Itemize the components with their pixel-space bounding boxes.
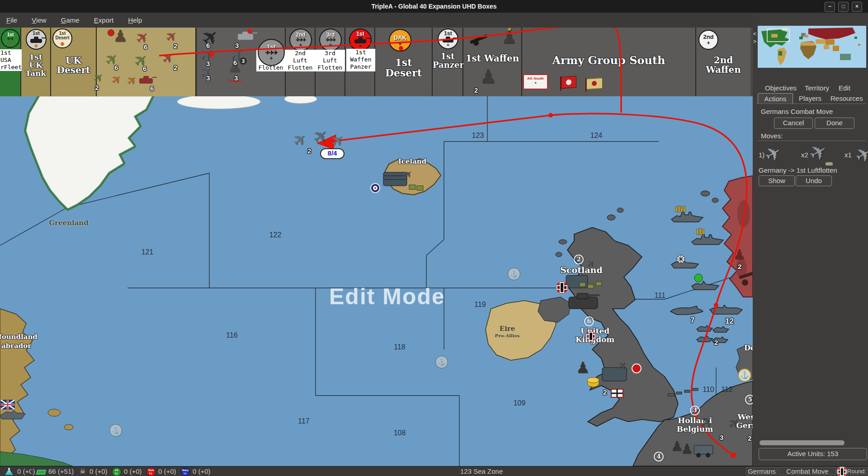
tooltip-2nd-luftflotten: 2nd Luft Flotten: [285, 50, 315, 71]
france-value: 4: [654, 452, 664, 462]
tab-objectives[interactable]: Objectives: [765, 84, 797, 92]
holland-value: 3: [690, 405, 700, 415]
sea-zone-109: 109: [514, 399, 526, 407]
tank-ll-value: 0 (+0): [158, 467, 176, 476]
close-button[interactable]: ×: [852, 2, 862, 12]
hover-zone-label: 123 Sea Zone: [460, 467, 503, 476]
usa-airfleet-label: 1st USA rFleet: [0, 49, 22, 71]
sea-zone-108: 108: [394, 429, 406, 437]
bomb-icon: [825, 162, 833, 166]
wg-soldier-icon: ♟: [681, 441, 693, 457]
dak-icon: DAK ♠: [389, 29, 411, 52]
title-bar: TripleA - Global 40 Expansion UHD Boxes …: [0, 0, 868, 13]
sea-zone-119: 119: [474, 301, 486, 309]
active-units-bar[interactable]: Active Units: 153: [759, 448, 867, 460]
1st-luftflotten-icon[interactable]: 1st ✈✈✈ +: [258, 39, 285, 66]
sea-zone-112: 112: [721, 386, 733, 394]
menu-export[interactable]: Export: [88, 13, 120, 28]
stack-army-group-south[interactable]: Army Group South AG South +: [522, 28, 696, 96]
tank-glyph: [443, 39, 453, 42]
convoy-icon: ⚓: [109, 424, 122, 437]
soldier-icon: ♟: [480, 66, 497, 88]
greenland-label: Greenland: [49, 219, 89, 227]
convoy-icon: ⚓: [435, 356, 448, 368]
cancel-button[interactable]: Cancel: [774, 118, 813, 129]
tan-flag: [586, 78, 603, 90]
maximize-button[interactable]: □: [838, 2, 849, 12]
tab-actions[interactable]: Actions: [758, 93, 793, 104]
uk-soldier-icon: ♟: [576, 358, 590, 377]
tab-players[interactable]: Players: [799, 94, 821, 102]
1st-panzer-icon: 1st +: [438, 28, 458, 49]
move-description: Germany -> 1st Luftflotten: [759, 166, 837, 174]
tab-divider: [756, 104, 866, 104]
panel-scroll-right[interactable]: >: [753, 38, 756, 45]
2nd-luftflotten-icon: 2nd ✈✈✈ +: [289, 28, 312, 51]
menu-file[interactable]: File: [0, 13, 24, 28]
tab-edit[interactable]: Edit: [839, 84, 850, 92]
map-viewport[interactable]: Greenland Iceland Edit Mode ✈ ✈ ✈ 2 8/4 …: [0, 96, 753, 466]
west-germany-value: 5: [745, 395, 753, 405]
eire-label: Eire: [500, 325, 515, 333]
fighter-icon: ✈: [108, 71, 124, 88]
stack-1st-panzer[interactable]: 1st + 1st Panzer: [433, 28, 463, 96]
norway-infantry-icon: ♟: [733, 246, 745, 262]
eire-sub-label: Pro-Allies: [495, 333, 520, 338]
fighter-icon: ✈: [129, 49, 152, 72]
menu-view[interactable]: View: [25, 13, 52, 28]
waffen-panzer-tooltip: 1st Waffen Panzer: [346, 49, 375, 71]
ag-south-flag: AG South +: [523, 74, 548, 90]
menu-game[interactable]: Game: [55, 13, 86, 28]
stack-uk-desert[interactable]: 1st Desert ◉ UK Desert: [51, 28, 97, 96]
movement-range-badge: 8/4: [320, 148, 344, 159]
stack-1st-waffen[interactable]: ♟ ★ 1st Waffen ♟ 2: [463, 28, 522, 96]
scotland-label: Scotland: [560, 265, 602, 275]
skull-icon: ☠: [80, 467, 85, 476]
iceland-label: Iceland: [398, 158, 427, 165]
uk-units-count: 2: [603, 388, 607, 396]
count-badge: 3: [240, 57, 247, 65]
sea-zone-121: 121: [142, 248, 154, 256]
german-roundel-scotland: [556, 282, 568, 293]
stack-1st-uk-tank[interactable]: 1st ◉ 1st UK Tank: [21, 28, 51, 96]
current-phase: Combat Move: [779, 467, 836, 475]
right-sidebar: < > Objectives Territory: [753, 13, 868, 466]
horizontal-scrollbar[interactable]: [760, 440, 844, 445]
sea-zone-116: 116: [226, 331, 238, 339]
tab-resources[interactable]: Resources: [830, 94, 863, 102]
show-button[interactable]: Show: [759, 175, 795, 186]
menu-help[interactable]: Help: [122, 13, 148, 28]
navy-ll-value: 0 (+0): [193, 467, 211, 476]
status-bar: 0 (+0) 66 (+51) ☠ 0 (+0) AirLL 0 (+0) Ta…: [0, 466, 868, 476]
minimize-button[interactable]: −: [825, 2, 835, 12]
stack-2nd-waffen[interactable]: 2nd + 2nd Waffen: [696, 28, 750, 96]
sea-zone-118: 118: [394, 343, 406, 351]
sea-zone-122: 122: [269, 231, 282, 239]
panel-scroll-left[interactable]: <: [753, 31, 756, 37]
done-button[interactable]: Done: [815, 118, 854, 129]
2nd-waffen-label: 2nd Waffen: [696, 56, 750, 75]
red-flag: [561, 76, 576, 89]
newfoundland-label-1: foundland: [0, 333, 38, 341]
stack-1st-desert[interactable]: DAK ♠ 1st Desert: [375, 28, 433, 96]
mini-map[interactable]: [758, 26, 866, 68]
skull-value: 0 (+0): [90, 467, 108, 476]
stack-1st-usa-airfleet[interactable]: 1st ✈✈ ★ 1st USA rFleet: [0, 28, 21, 96]
stack-uk-airforce[interactable]: ♟ ✈ 6 ✈ 2 ✈ 6 ✈ 6 ✈ 2 ✈ 2 ✈ ✈ 6: [97, 28, 196, 96]
1st-waffen-label: 1st Waffen: [463, 54, 521, 63]
current-player: Germans: [746, 467, 778, 475]
pu-money-icon: [35, 469, 47, 475]
tab-territory[interactable]: Territory: [805, 84, 829, 92]
edit-mode-banner: Edit Mode: [329, 283, 445, 310]
movement-path: [330, 96, 747, 455]
moving-stack-count: 2: [307, 147, 311, 155]
uk-tank-icon: 1st ◉: [26, 29, 47, 50]
tank-glyph: [354, 39, 366, 43]
uk-desert-icon: 1st Desert ◉: [52, 28, 72, 48]
phase-title: Germans Combat Move: [761, 108, 833, 115]
air-ll-icon: AirLL: [112, 467, 121, 476]
transport-count: 12: [725, 317, 734, 326]
navy-ll-icon: NavyLL: [181, 467, 190, 476]
undo-button[interactable]: Undo: [796, 175, 832, 186]
3rd-luftflotten-icon: 3rd ✈✈✈ +: [319, 28, 342, 51]
